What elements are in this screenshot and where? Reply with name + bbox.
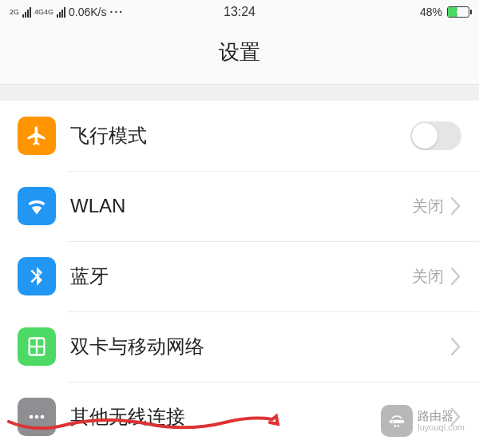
chevron-right-icon	[450, 337, 461, 356]
signal-bars-2	[57, 6, 65, 18]
signal-2g-label: 2G	[10, 9, 19, 16]
status-right: 48%	[420, 6, 469, 18]
bluetooth-value: 关闭	[412, 266, 444, 287]
wlan-value: 关闭	[412, 196, 444, 217]
svg-rect-6	[390, 420, 404, 423]
section-gap	[0, 85, 479, 101]
svg-rect-8	[394, 425, 396, 427]
wifi-icon	[18, 187, 56, 225]
signal-bars-1	[22, 6, 31, 18]
sim-label: 双卡与移动网络	[70, 334, 450, 359]
bluetooth-icon	[18, 257, 56, 295]
svg-rect-9	[398, 425, 399, 427]
svg-point-7	[392, 421, 394, 422]
airplane-icon	[18, 117, 56, 155]
watermark-title: 路由器	[418, 410, 465, 423]
watermark-icon	[381, 405, 413, 437]
watermark-url: luyouqi.com	[418, 422, 465, 432]
status-left: 2G 4G4G 0.06K/s ···	[10, 6, 124, 18]
chevron-right-icon	[450, 267, 461, 286]
charging-icon	[456, 8, 461, 16]
status-bar: 2G 4G4G 0.06K/s ··· 13:24 48%	[0, 0, 479, 24]
svg-point-4	[35, 415, 39, 419]
airplane-label: 飞行模式	[70, 123, 410, 149]
more-dots: ···	[110, 6, 125, 18]
battery-icon	[447, 6, 469, 18]
bluetooth-label: 蓝牙	[70, 264, 412, 289]
sim-icon	[18, 327, 56, 366]
airplane-toggle[interactable]	[410, 121, 461, 150]
svg-point-5	[41, 415, 45, 419]
row-bluetooth[interactable]: 蓝牙 关闭	[0, 241, 479, 311]
wlan-label: WLAN	[70, 195, 412, 217]
row-dual-sim[interactable]: 双卡与移动网络	[0, 311, 479, 382]
chevron-right-icon	[450, 196, 461, 216]
watermark-text: 路由器 luyouqi.com	[418, 410, 465, 433]
page-header: 设置	[0, 24, 479, 85]
row-airplane-mode[interactable]: 飞行模式	[0, 101, 479, 171]
more-icon	[18, 398, 56, 436]
svg-point-3	[30, 415, 34, 419]
page-title: 设置	[0, 38, 479, 66]
signal-4g-label: 4G4G	[34, 9, 53, 16]
network-speed: 0.06K/s	[69, 6, 106, 18]
status-time: 13:24	[224, 5, 255, 19]
toggle-knob	[412, 123, 437, 149]
watermark: 路由器 luyouqi.com	[373, 400, 473, 442]
battery-percent: 48%	[420, 6, 442, 18]
settings-list: 飞行模式 WLAN 关闭 蓝牙 关闭 双卡与移动网络 其他无线连接	[0, 101, 479, 448]
row-wlan[interactable]: WLAN 关闭	[0, 171, 479, 241]
